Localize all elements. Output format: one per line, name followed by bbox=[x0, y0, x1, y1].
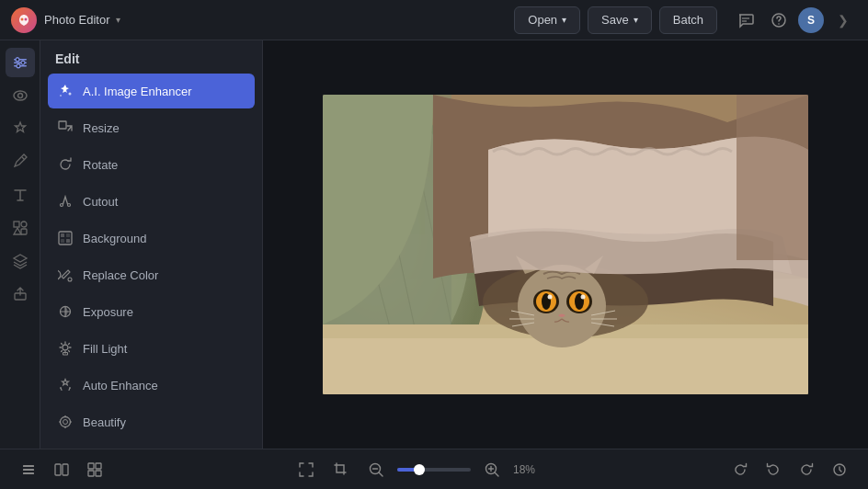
svg-line-35 bbox=[62, 344, 63, 345]
refresh-button[interactable] bbox=[726, 456, 754, 483]
cat-image bbox=[323, 95, 808, 394]
svg-rect-93 bbox=[23, 465, 34, 467]
svg-rect-16 bbox=[21, 229, 27, 234]
toolbar-center-group: 18% bbox=[292, 456, 542, 483]
background-icon bbox=[57, 230, 74, 246]
rotate-label: Rotate bbox=[83, 158, 118, 172]
redo-button[interactable] bbox=[793, 456, 820, 483]
svg-rect-97 bbox=[63, 464, 68, 475]
tool-cutout[interactable]: Cutout bbox=[48, 184, 255, 219]
svg-line-37 bbox=[69, 344, 70, 345]
svg-point-1 bbox=[25, 17, 28, 20]
svg-rect-23 bbox=[59, 232, 72, 244]
bottom-toolbar: 18% bbox=[0, 449, 868, 489]
chat-icon-button[interactable] bbox=[732, 6, 760, 34]
replace-color-icon bbox=[57, 267, 74, 283]
save-button[interactable]: Save ▾ bbox=[588, 6, 652, 34]
svg-rect-25 bbox=[66, 233, 70, 237]
background-label: Background bbox=[83, 232, 146, 245]
auto-enhance-icon bbox=[57, 377, 74, 393]
svg-point-28 bbox=[68, 278, 72, 281]
svg-rect-27 bbox=[66, 239, 70, 243]
icon-bar-edit[interactable] bbox=[6, 48, 35, 77]
icon-bar-shapes[interactable] bbox=[6, 213, 35, 243]
svg-point-10 bbox=[21, 61, 25, 64]
tool-background[interactable]: Background bbox=[48, 221, 255, 256]
undo-button[interactable] bbox=[760, 456, 787, 483]
crop-button[interactable] bbox=[327, 456, 355, 483]
toolbar-right-group bbox=[726, 456, 853, 483]
expand-icon-button[interactable]: ❯ bbox=[829, 6, 857, 34]
left-panel: Edit A.I. Image Enhancer bbox=[40, 40, 263, 449]
zoom-out-button[interactable] bbox=[362, 456, 390, 483]
icon-bar-effects[interactable] bbox=[6, 114, 35, 143]
tool-color[interactable]: Color bbox=[48, 441, 255, 449]
svg-line-104 bbox=[379, 472, 383, 476]
svg-point-15 bbox=[21, 222, 27, 227]
icon-bar-text[interactable] bbox=[6, 180, 35, 210]
layers-toggle-button[interactable] bbox=[15, 456, 42, 483]
app-title-arrow: ▾ bbox=[116, 15, 120, 25]
svg-rect-98 bbox=[88, 463, 94, 469]
restore-button[interactable] bbox=[826, 456, 853, 483]
icon-bar-export[interactable] bbox=[6, 279, 35, 309]
svg-point-40 bbox=[60, 387, 62, 389]
fit-screen-button[interactable] bbox=[292, 456, 320, 483]
replace-color-label: Replace Color bbox=[83, 268, 158, 282]
ai-image-enhancer-label: A.I. Image Enhancer bbox=[83, 85, 192, 98]
svg-rect-94 bbox=[23, 469, 34, 471]
svg-rect-24 bbox=[61, 233, 64, 237]
zoom-slider-thumb[interactable] bbox=[414, 464, 425, 475]
exposure-label: Exposure bbox=[83, 305, 133, 319]
open-dropdown-arrow: ▾ bbox=[562, 15, 566, 25]
svg-rect-20 bbox=[59, 121, 66, 129]
open-button[interactable]: Open ▾ bbox=[514, 6, 580, 34]
zoom-slider[interactable] bbox=[397, 468, 471, 472]
svg-line-38 bbox=[62, 351, 63, 352]
canvas-image-container bbox=[323, 95, 808, 394]
svg-point-13 bbox=[17, 94, 22, 98]
tool-beautify[interactable]: Beautify bbox=[48, 404, 255, 439]
app-logo bbox=[11, 7, 37, 33]
tool-rotate[interactable]: Rotate bbox=[48, 147, 255, 182]
svg-point-0 bbox=[21, 17, 24, 20]
exposure-icon bbox=[57, 303, 74, 320]
svg-rect-39 bbox=[63, 353, 68, 356]
icon-bar-layers[interactable] bbox=[6, 246, 35, 276]
grid-view-button[interactable] bbox=[81, 456, 108, 483]
tool-fill-light[interactable]: Fill Light bbox=[48, 331, 255, 366]
header-icon-group: S ❯ bbox=[732, 6, 857, 34]
svg-rect-99 bbox=[96, 463, 101, 469]
icon-bar-view[interactable] bbox=[6, 81, 35, 110]
tool-replace-color[interactable]: Replace Color bbox=[48, 257, 255, 292]
fill-light-label: Fill Light bbox=[83, 342, 127, 356]
icon-bar bbox=[0, 40, 40, 449]
svg-line-36 bbox=[69, 351, 70, 352]
svg-point-19 bbox=[60, 95, 62, 97]
zoom-in-button[interactable] bbox=[478, 456, 506, 483]
tool-auto-enhance[interactable]: Auto Enhance bbox=[48, 368, 255, 403]
icon-bar-draw[interactable] bbox=[6, 147, 35, 176]
tool-ai-image-enhancer[interactable]: A.I. Image Enhancer bbox=[48, 74, 255, 108]
svg-point-42 bbox=[61, 417, 71, 427]
tool-resize[interactable]: Resize bbox=[48, 110, 255, 145]
app-title-group[interactable]: Photo Editor ▾ bbox=[44, 13, 120, 27]
batch-button[interactable]: Batch bbox=[659, 6, 717, 34]
cutout-label: Cutout bbox=[83, 195, 118, 209]
user-avatar[interactable]: S bbox=[798, 7, 824, 33]
svg-rect-14 bbox=[14, 222, 19, 227]
cutout-icon bbox=[57, 193, 74, 210]
help-icon-button[interactable] bbox=[765, 6, 793, 34]
rotate-icon bbox=[57, 156, 74, 173]
svg-rect-96 bbox=[55, 464, 61, 475]
auto-enhance-label: Auto Enhance bbox=[83, 379, 158, 392]
svg-rect-95 bbox=[23, 472, 34, 474]
save-dropdown-arrow: ▾ bbox=[634, 15, 638, 25]
tool-exposure[interactable]: Exposure bbox=[48, 294, 255, 329]
compare-button[interactable] bbox=[48, 456, 75, 483]
svg-rect-92 bbox=[323, 95, 808, 394]
toolbar-left-group bbox=[15, 456, 108, 483]
app-title: Photo Editor bbox=[44, 13, 110, 27]
panel-title: Edit bbox=[40, 40, 262, 74]
beautify-label: Beautify bbox=[83, 415, 126, 429]
